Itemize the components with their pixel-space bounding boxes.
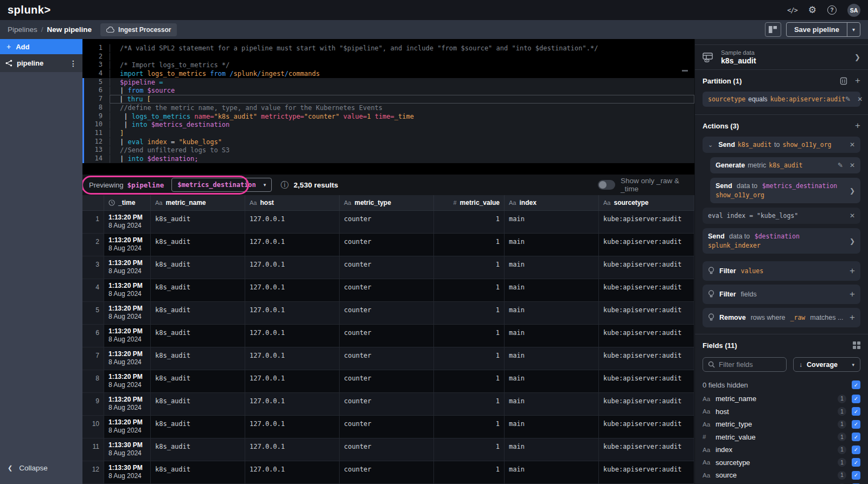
field-row-index[interactable]: Aaindex1✓ [703, 443, 860, 456]
sample-data-row[interactable]: Sample data k8s_audit ❯ [695, 45, 868, 70]
table-row[interactable]: 31:13:20 PM8 Aug 2024k8s_audit127.0.0.1c… [82, 256, 694, 279]
table-row[interactable]: 91:13:20 PM8 Aug 2024k8s_audit127.0.0.1c… [82, 393, 694, 416]
spl2-code-editor[interactable]: 1/*A valid SPL2 statement for a pipeline… [82, 39, 694, 175]
field-checkbox[interactable]: ✓ [852, 407, 860, 416]
code-line[interactable]: 4import logs_to_metrics from /splunk/ing… [82, 69, 694, 78]
field-count-badge: 1 [838, 407, 846, 416]
cell-index: main [505, 393, 599, 415]
destination-select[interactable]: $metrics_destination ▾ [171, 178, 272, 192]
save-pipeline-button[interactable]: Save pipeline [787, 23, 847, 36]
chevron-down-icon[interactable]: ⌄ [708, 141, 713, 149]
table-row[interactable]: 61:13:20 PM8 Aug 2024k8s_audit127.0.0.1c… [82, 325, 694, 347]
column-label: metric_name [165, 199, 206, 206]
suggestion-card[interactable]: Filtervalues+ [703, 261, 860, 281]
field-row-host[interactable]: Aahost1✓ [703, 405, 860, 418]
column-header-_time[interactable]: _time [104, 195, 151, 210]
field-row-dimensions[interactable]: Aadimensions1✓ [703, 482, 860, 484]
save-pipeline-caret[interactable]: ▾ [847, 23, 860, 36]
action-send-metrics-card[interactable]: Send data to $metrics_destination show_o… [710, 178, 860, 203]
close-icon[interactable]: ✕ [850, 141, 855, 149]
code-line[interactable]: 6| from $source [82, 86, 694, 95]
field-row-metric_value[interactable]: #metric_value1✓ [703, 431, 860, 444]
code-line[interactable]: 12| eval index = "kube_logs" [82, 138, 694, 146]
add-partition-icon[interactable]: + [855, 75, 860, 86]
database-icon[interactable] [840, 77, 847, 85]
code-line[interactable]: 11] [82, 129, 694, 138]
code-line[interactable]: 2 [82, 53, 694, 61]
table-row[interactable]: 81:13:20 PM8 Aug 2024k8s_audit127.0.0.1c… [82, 370, 694, 393]
top-bar: splunk> </> ⚙ ? SA [0, 0, 868, 20]
column-header-host[interactable]: Aahost [245, 195, 340, 210]
add-suggestion-icon[interactable]: + [850, 266, 855, 276]
breadcrumb-pipelines[interactable]: Pipelines [8, 25, 37, 34]
kebab-menu-icon[interactable]: ⋮ [69, 59, 77, 68]
partition-chip[interactable]: sourcetype equals kube:apiserver:audit ✎… [703, 92, 860, 107]
code-line[interactable]: 14| into $destination; [82, 154, 694, 163]
close-icon[interactable]: ✕ [850, 162, 855, 169]
avatar[interactable]: SA [847, 4, 860, 17]
code-icon[interactable]: </> [787, 7, 797, 14]
action-eval-card[interactable]: eval index = "kube_logs" ✕ [703, 208, 860, 224]
column-header-metric_name[interactable]: Aametric_name [151, 195, 245, 210]
coverage-sort-button[interactable]: ↓ Coverage ▾ [793, 357, 860, 372]
layout-toggle-button[interactable] [765, 22, 781, 37]
filter-fields-input[interactable] [719, 360, 762, 369]
action-send-destination-card[interactable]: Send data to $destination splunk_indexer… [703, 228, 860, 254]
table-row[interactable]: 41:13:20 PM8 Aug 2024k8s_audit127.0.0.1c… [82, 279, 694, 302]
collapse-button[interactable]: ❮ Collapse [8, 464, 48, 472]
code-line[interactable]: 7| thru [ [82, 95, 694, 104]
field-row-metric_name[interactable]: Aametric_name1✓ [703, 392, 860, 405]
help-icon[interactable]: ? [827, 5, 837, 15]
save-pipeline-split-button: Save pipeline ▾ [786, 22, 860, 37]
field-checkbox[interactable]: ✓ [852, 458, 860, 467]
field-checkbox[interactable]: ✓ [852, 446, 860, 454]
code-line[interactable]: 9 | logs_to_metrics name="k8s_audit" met… [82, 112, 694, 121]
code-line[interactable]: 8//define the metric name, type, and val… [82, 104, 694, 112]
action-generate-metric-card[interactable]: Generate metric k8s_audit ✎ ✕ [710, 157, 860, 173]
field-name: sourcetype [716, 459, 750, 467]
code-line[interactable]: 5$pipeline = [82, 78, 694, 87]
column-header-metric_value[interactable]: #metric_value [434, 195, 505, 210]
column-header-sourcetype[interactable]: Aasourcetype [599, 195, 694, 210]
code-line[interactable]: 10 | into $metrics_destination [82, 120, 694, 129]
show-raw-time-toggle[interactable] [598, 180, 615, 190]
column-header-index[interactable]: Aaindex [505, 195, 599, 210]
field-row-metric_type[interactable]: Aametric_type1✓ [703, 418, 860, 431]
add-button[interactable]: + Add [0, 39, 82, 54]
close-icon[interactable]: ✕ [850, 212, 855, 220]
edit-icon[interactable]: ✎ [845, 95, 851, 103]
edit-icon[interactable]: ✎ [838, 162, 843, 169]
cell-metric-name: k8s_audit [151, 302, 245, 324]
suggestion-card[interactable]: Filterfields+ [703, 285, 860, 304]
code-line[interactable]: 1/*A valid SPL2 statement for a pipeline… [82, 44, 694, 53]
code-line[interactable]: 13//Send unfiltered logs to S3 [82, 146, 694, 154]
gear-icon[interactable]: ⚙ [808, 4, 816, 16]
add-suggestion-icon[interactable]: + [850, 289, 855, 300]
table-row[interactable]: 51:13:20 PM8 Aug 2024k8s_audit127.0.0.1c… [82, 302, 694, 325]
field-row-sourcetype[interactable]: Aasourcetype1✓ [703, 456, 860, 469]
column-header-metric_type[interactable]: Aametric_type [340, 195, 434, 210]
table-row[interactable]: 111:13:30 PM8 Aug 2024k8s_audit127.0.0.1… [82, 438, 694, 461]
field-checkbox[interactable]: ✓ [852, 471, 860, 480]
sidebar-item-pipeline[interactable]: pipeline ⋮ [0, 54, 82, 72]
table-row[interactable]: 121:13:30 PM8 Aug 2024k8s_audit127.0.0.1… [82, 461, 694, 484]
add-action-icon[interactable]: + [855, 120, 860, 131]
cell-host: 127.0.0.1 [245, 234, 340, 256]
table-row[interactable]: 71:13:20 PM8 Aug 2024k8s_audit127.0.0.1c… [82, 347, 694, 370]
field-checkbox[interactable]: ✓ [852, 395, 860, 403]
field-row-source[interactable]: Aasource1✓ [703, 469, 860, 482]
suggestion-card[interactable]: Removerows where_rawmatches ...+ [703, 308, 860, 327]
add-suggestion-icon[interactable]: + [850, 312, 855, 323]
table-row[interactable]: 11:13:20 PM8 Aug 2024k8s_audit127.0.0.1c… [82, 211, 694, 234]
table-row[interactable]: 21:13:20 PM8 Aug 2024k8s_audit127.0.0.1c… [82, 234, 694, 256]
table-row[interactable]: 101:13:20 PM8 Aug 2024k8s_audit127.0.0.1… [82, 416, 694, 438]
info-icon[interactable]: ⓘ [280, 180, 289, 190]
code-line[interactable]: 3/* Import logs_to_metrics */ [82, 61, 694, 69]
select-all-checkbox[interactable]: ✓ [852, 380, 860, 389]
field-checkbox[interactable]: ✓ [852, 420, 860, 429]
action-group-send-card[interactable]: ⌄ Send k8s_audit to show_o11y_org ✕ [703, 137, 860, 153]
field-checkbox[interactable]: ✓ [852, 433, 860, 441]
plus-icon: + [7, 42, 11, 51]
close-icon[interactable]: ✕ [857, 95, 863, 103]
grid-view-icon[interactable] [853, 341, 860, 349]
